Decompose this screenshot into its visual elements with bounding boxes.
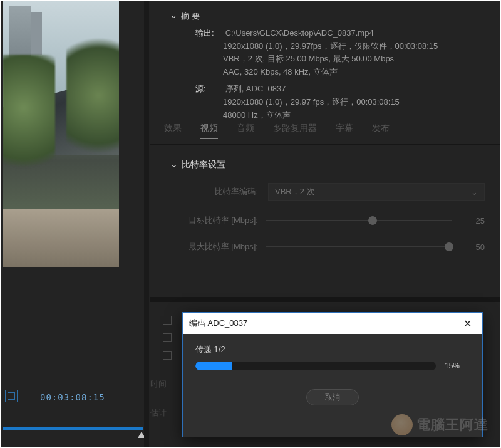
panel-divider[interactable] (144, 1, 149, 447)
timecode-display[interactable]: 00:03:08:15 (40, 392, 105, 402)
section-divider (150, 297, 500, 302)
tab-video[interactable]: 视频 (200, 123, 218, 139)
source-name: 序列, ADC_0837 (225, 84, 286, 93)
checkbox-1[interactable] (163, 316, 172, 325)
output-spec-2: VBR，2 次, 目标 25.00 Mbps, 最大 50.00 Mbps (170, 53, 487, 66)
dialog-title: 编码 ADC_0837 (189, 318, 247, 329)
source-spec-2: 48000 Hz，立体声 (170, 109, 487, 122)
close-icon[interactable]: ✕ (458, 318, 476, 330)
cancel-button[interactable]: 取消 (306, 389, 359, 405)
tab-effects[interactable]: 效果 (164, 123, 182, 139)
target-bitrate-slider[interactable] (266, 214, 452, 227)
max-bitrate-slider[interactable] (266, 241, 452, 253)
encoding-progress-dialog: 编码 ADC_0837 ✕ 传递 1/2 15% 取消 (182, 312, 483, 437)
tab-audio[interactable]: 音频 (237, 123, 254, 139)
summary-title: 摘 要 (181, 11, 200, 21)
checkbox-2[interactable] (163, 333, 172, 342)
source-spec-1: 1920x1080 (1.0)，29.97 fps，逐行，00:03:08:15 (170, 96, 487, 109)
bitrate-section-title: 比特率设置 (182, 159, 225, 169)
max-bitrate-label: 最大比特率 [Mbps]: (170, 241, 258, 253)
thumbnail-mode-icon[interactable] (5, 390, 18, 402)
output-path: C:\Users\GLCX\Desktop\ADC_0837.mp4 (225, 28, 374, 38)
output-label: 输出: (195, 27, 223, 40)
encoding-progress-percent: 15% (445, 362, 470, 370)
max-bitrate-thumb[interactable] (445, 242, 453, 251)
chevron-down-icon[interactable]: ⌄ (170, 159, 178, 169)
tab-publish[interactable]: 发布 (372, 123, 390, 139)
bitrate-encoding-dropdown[interactable]: VBR，2 次 (268, 183, 485, 201)
estimate-row-label: 估计 (150, 407, 167, 419)
target-bitrate-value[interactable]: 25 (460, 216, 485, 226)
tab-captions[interactable]: 字幕 (336, 123, 353, 139)
divider (150, 144, 500, 145)
summary-section: ⌄摘 要 输出: C:\Users\GLCX\Desktop\ADC_0837.… (170, 10, 487, 122)
checkbox-3[interactable] (163, 351, 172, 360)
export-tabs: 效果 视频 音频 多路复用器 字幕 发布 (164, 123, 487, 146)
target-bitrate-thumb[interactable] (368, 216, 377, 225)
tab-multiplexer[interactable]: 多路复用器 (273, 123, 317, 139)
lower-options (163, 316, 172, 368)
dialog-titlebar[interactable]: 编码 ADC_0837 ✕ (183, 313, 482, 334)
bitrate-encoding-value: VBR，2 次 (275, 186, 315, 197)
timeline-scrubber[interactable] (3, 427, 143, 430)
output-spec-1: 1920x1080 (1.0)，29.97fps，逐行，仅限软件，00:03:0… (170, 40, 487, 53)
chevron-down-icon[interactable]: ⌄ (170, 9, 177, 23)
encoding-pass-label: 传递 1/2 (195, 344, 470, 355)
timeline-fill (3, 427, 143, 430)
source-preview-image (3, 1, 119, 267)
preview-panel: 00:03:08:15 (1, 1, 144, 447)
encoding-progress-fill (195, 362, 232, 370)
bitrate-encoding-label: 比特率编码: (170, 186, 258, 197)
output-spec-3: AAC, 320 Kbps, 48 kHz, 立体声 (170, 66, 487, 79)
source-label: 源: (195, 83, 223, 96)
bitrate-section: ⌄比特率设置 比特率编码: VBR，2 次 目标比特率 [Mbps]: 25 最… (170, 159, 485, 267)
time-row-label: 时间 (150, 378, 167, 390)
target-bitrate-label: 目标比特率 [Mbps]: (170, 215, 258, 226)
extra-labels: 时间 估计 (150, 378, 167, 436)
max-bitrate-value[interactable]: 50 (460, 242, 485, 252)
encoding-progress-bar (195, 362, 436, 370)
